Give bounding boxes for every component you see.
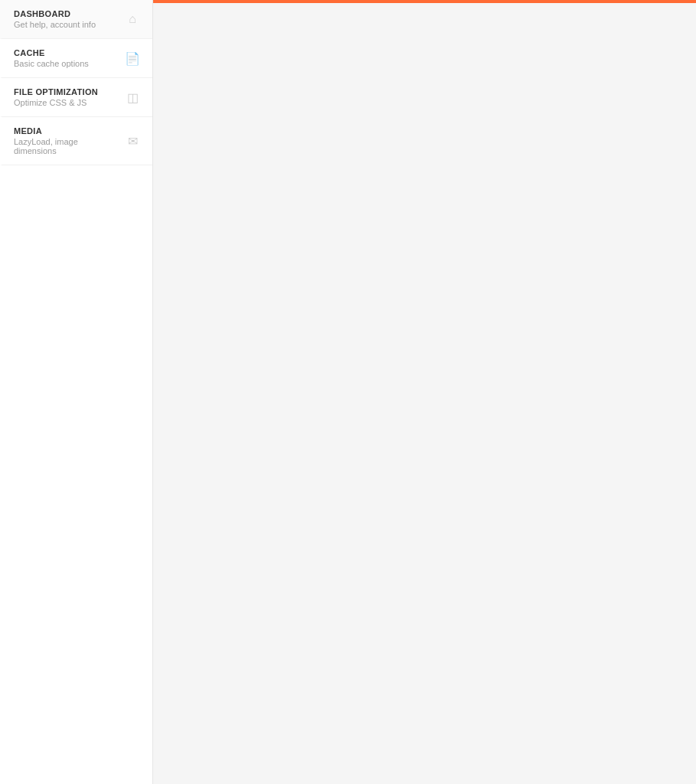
sidebar-item-title-media: MEDIA bbox=[14, 126, 118, 136]
main-content bbox=[153, 0, 696, 784]
home-icon: ⌂ bbox=[124, 11, 141, 28]
sidebar-item-sub-file-optimization: Optimize CSS & JS bbox=[14, 98, 118, 107]
sidebar-item-title-file-optimization: FILE OPTIMIZATION bbox=[14, 87, 118, 96]
sidebar-item-title-dashboard: DASHBOARD bbox=[14, 9, 118, 18]
content-inner bbox=[153, 3, 689, 41]
sidebar-item-dashboard[interactable]: DASHBOARDGet help, account info⌂ bbox=[0, 0, 152, 39]
sidebar-item-media[interactable]: MEDIALazyLoad, image dimensions✉ bbox=[0, 117, 152, 165]
layers-icon: ◫ bbox=[124, 89, 141, 106]
sidebar-item-title-cache: CACHE bbox=[14, 48, 118, 57]
sidebar-item-file-optimization[interactable]: FILE OPTIMIZATIONOptimize CSS & JS◫ bbox=[0, 78, 152, 117]
sidebar: DASHBOARDGet help, account info⌂CACHEBas… bbox=[0, 0, 153, 784]
sidebar-item-sub-cache: Basic cache options bbox=[14, 59, 118, 68]
sidebar-item-cache[interactable]: CACHEBasic cache options📄 bbox=[0, 39, 152, 78]
file-icon: 📄 bbox=[124, 50, 141, 67]
sidebar-item-sub-dashboard: Get help, account info bbox=[14, 20, 118, 29]
sidebar-item-sub-media: LazyLoad, image dimensions bbox=[14, 137, 118, 155]
media-icon: ✉ bbox=[124, 132, 141, 149]
